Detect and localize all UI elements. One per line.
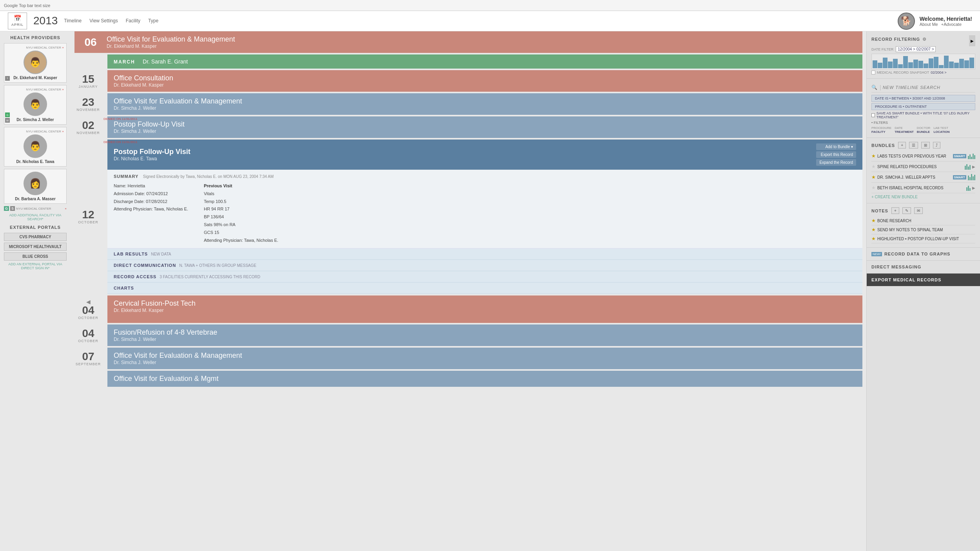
portal-bluecross[interactable]: BLUE CROSS: [4, 252, 67, 261]
card-sep07[interactable]: Office Visit for Evaluation & Management…: [107, 348, 862, 369]
nav-view-settings[interactable]: View Settings: [89, 18, 118, 24]
hist-bar-14: [939, 65, 944, 69]
notes-share-btn[interactable]: ✉: [914, 207, 923, 214]
center-panel: 06 Office Visit for Evaluation & Managem…: [71, 31, 866, 551]
card-last[interactable]: Office Visit for Evaluation & Mgmt: [107, 371, 862, 387]
filter-chip-1[interactable]: DATE IS • BETWEEN • 3/2007 AND 12/2008: [871, 95, 975, 102]
top-entry-title: Office Visit for Evaluation & Management: [107, 35, 235, 44]
bundles-header: BUNDLES + ☰ ⊞ ⤴: [871, 142, 975, 149]
expand-record-btn[interactable]: Expand the Record: [816, 159, 856, 166]
bundle-add-btn[interactable]: +: [898, 142, 906, 149]
date-oct04-cervical: ◀ 04 OCTOBER: [74, 295, 102, 323]
provider-card-kasper: NYU MEDICAL CENTER × 👨 Dr. Ekkehard M. K…: [4, 43, 67, 83]
external-portals-title: EXTERNAL PORTALS: [4, 225, 67, 230]
nav-timeline[interactable]: Timeline: [64, 18, 82, 24]
timeline-search-section: 🔍 | DATE IS • BETWEEN • 3/2007 AND 12/20…: [867, 79, 980, 138]
summary-section: SUMMARY Signed Electronically by Tawa, N…: [107, 170, 862, 248]
doctor-oct04-fusion: Dr. Simcha J. Weller: [114, 337, 856, 342]
notes-edit-btn[interactable]: ✎: [902, 207, 911, 214]
timeline-search-input[interactable]: [883, 85, 975, 90]
charts-row[interactable]: CHARTS: [107, 283, 862, 294]
portal-healthvault[interactable]: MICROSOFT HEALTHVAULT: [4, 243, 67, 251]
march-label: MARCH: [114, 59, 135, 65]
summary-right: Previous Visit Vitals Temp 100.5 HR 94 R…: [204, 182, 278, 244]
hist-bar-18: [959, 59, 964, 68]
card-oct12-actions: Add to Bundle ▾ Export this Record Expan…: [816, 143, 856, 166]
hist-bar-20: [969, 58, 974, 68]
filters-grid: PROCEDURE FACILITY DATE TREATMENT DOCTOR…: [871, 126, 975, 134]
summary-attending2: Attending Physician: Tawa, Nicholas E.: [204, 237, 278, 245]
card-oct12-header[interactable]: Postop Follow-Up Visit Dr. Nicholas E. T…: [107, 140, 862, 170]
date-filter-label: DATE FILTER: [871, 47, 893, 51]
record-access-row[interactable]: RECORD ACCESS 3 FACILITIES CURRENTLY ACC…: [107, 271, 862, 283]
march-doctor: Dr. Sarah E. Grant: [143, 58, 188, 65]
create-bundle-btn[interactable]: + CREATE NEW BUNDLE: [871, 195, 975, 199]
direct-comm-row[interactable]: DIRECT COMMUNICATION N. TAWA + OTHERS IN…: [107, 260, 862, 271]
notes-add-btn[interactable]: +: [891, 207, 899, 214]
march-header[interactable]: MARCH Dr. Sarah E. Grant: [107, 54, 862, 69]
card-jan15[interactable]: Office Consultation Dr. Ekkehard M. Kasp…: [107, 70, 862, 92]
add-facility-btn[interactable]: ADD ADDITIONAL FACILITY VIA SEARCH*: [4, 213, 67, 221]
create-bundle-label: + CREATE NEW BUNDLE: [871, 195, 918, 199]
entry-nov02: DENIED ON 11/31/2011 02 NOVEMBER Postop …: [74, 116, 862, 138]
collapse-btn[interactable]: ▶: [969, 35, 975, 46]
date-filter-row: DATE FILTER 12/2004 > 02/2007 >: [871, 46, 975, 52]
entry-nov23: 23 NOVEMBER Office Visit for Evaluation …: [74, 93, 862, 115]
date-range-display[interactable]: 12/2004 > 02/2007 >: [896, 46, 936, 52]
bundles-section: BUNDLES + ☰ ⊞ ⤴ ★ LABS TESTS OVER PREVIO…: [867, 138, 980, 203]
day-oct04-fusion: 04: [82, 328, 94, 339]
lab-results-row[interactable]: LAB RESULTS NEW DATA: [107, 248, 862, 260]
calendar-icon[interactable]: 📅 APRIL: [8, 13, 27, 29]
bundle-item-bethisrael[interactable]: ★ BETH ISRAEL HOSPITAL RECORDS ▶: [871, 183, 975, 193]
hist-bar-15: [944, 56, 949, 68]
note-text-3: HIGHLIGHTED • POSTOP FOLLOW-UP VISIT: [877, 237, 959, 241]
export-record-btn[interactable]: Export this Record: [816, 151, 856, 158]
doctor-nov02: Dr. Simcha J. Weller: [114, 129, 856, 134]
bundle-list-btn[interactable]: ☰: [909, 142, 918, 149]
about-me-link[interactable]: About Me: [920, 22, 938, 27]
bundle-grid-btn[interactable]: ⊞: [921, 142, 930, 149]
bundle-item-spine[interactable]: ★ SPINE RELATED PROCEDURES ▶: [871, 161, 975, 172]
search-input-row: 🔍 |: [871, 83, 975, 92]
provider-card-masser: 👩 Dr. Barbara A. Masser: [4, 169, 67, 204]
card-oct04-fusion[interactable]: Fusion/Refusion of 4-8 Vertebrae Dr. Sim…: [107, 324, 862, 346]
card-nov23[interactable]: Office Visit for Evaluation & Management…: [107, 93, 862, 115]
date-jan15: 15 JANUARY: [74, 70, 102, 92]
card-oct12: Postop Follow-Up Visit Dr. Nicholas E. T…: [107, 140, 862, 294]
bundle-item-weller[interactable]: ★ DR. SIMCHA J. WELLER APPTS SMART: [871, 172, 975, 183]
add-to-bundle-btn[interactable]: Add to Bundle ▾: [816, 143, 856, 150]
lab-results-label: LAB RESULTS: [114, 252, 148, 256]
note-spinal-team[interactable]: ★ SEND MY NOTES TO SPINAL TEAM: [871, 225, 975, 234]
card-oct04-cervical[interactable]: Cervical Fusion-Post Tech Dr. Ekkehard M…: [107, 295, 862, 323]
card-oct12-left: Postop Follow-Up Visit Dr. Nicholas E. T…: [114, 148, 191, 161]
filter-treatment-label: TREATMENT: [895, 130, 914, 134]
doctor-nov23: Dr. Simcha J. Weller: [114, 105, 856, 111]
bundle-name-spine: SPINE RELATED PROCEDURES: [877, 165, 963, 169]
note-highlighted[interactable]: ★ HIGHLIGHTED • POSTOP FOLLOW-UP VISIT: [871, 234, 975, 243]
mini-bar-w4: [973, 176, 974, 180]
nav-facility[interactable]: Facility: [126, 18, 140, 24]
add-portal-btn[interactable]: ADD AN EXTERNAL PORTAL VIA DIRECT SIGN I…: [4, 262, 67, 270]
nav-type[interactable]: Type: [148, 18, 158, 24]
snapshot-checkbox[interactable]: [871, 71, 875, 74]
summary-prev-visit: Previous Visit: [204, 182, 278, 190]
facility-close[interactable]: ×: [65, 207, 67, 210]
smart-bundle-checkbox[interactable]: [871, 113, 875, 117]
top-entry[interactable]: 06 Office Visit for Evaluation & Managem…: [74, 31, 862, 53]
advocate-link[interactable]: +Advocate: [941, 22, 962, 27]
note-bone-research[interactable]: ★ BONE RESEARCH: [871, 216, 975, 225]
filter-facility-label: FACILITY: [871, 130, 891, 134]
facility-badge-row: G S NYU MEDICAL CENTER ×: [4, 206, 67, 211]
bundle-arrow-spine: ▶: [972, 165, 975, 169]
summary-gcs: GCS 15: [204, 229, 278, 237]
direct-messaging-section: DIRECT MESSAGING: [867, 261, 980, 274]
portal-cvs[interactable]: CVS PHARMACY: [4, 233, 67, 241]
card-nov02[interactable]: Postop Follow-Up Visit Dr. Simcha J. Wel…: [107, 116, 862, 138]
mini-bar-s2: [966, 164, 967, 170]
bundle-share-btn[interactable]: ⤴: [933, 142, 940, 149]
export-medical-records-btn[interactable]: EXPORT MEDICAL RECORDS: [867, 274, 980, 286]
hist-bar-17: [954, 63, 959, 68]
summary-temp: Temp 100.5: [204, 198, 278, 206]
filter-chip-2[interactable]: PROCEDURE IS • OUTPATIENT: [871, 103, 975, 110]
bundle-item-labs[interactable]: ★ LABS TESTS OVER PREVIOUS YEAR SMART: [871, 151, 975, 161]
